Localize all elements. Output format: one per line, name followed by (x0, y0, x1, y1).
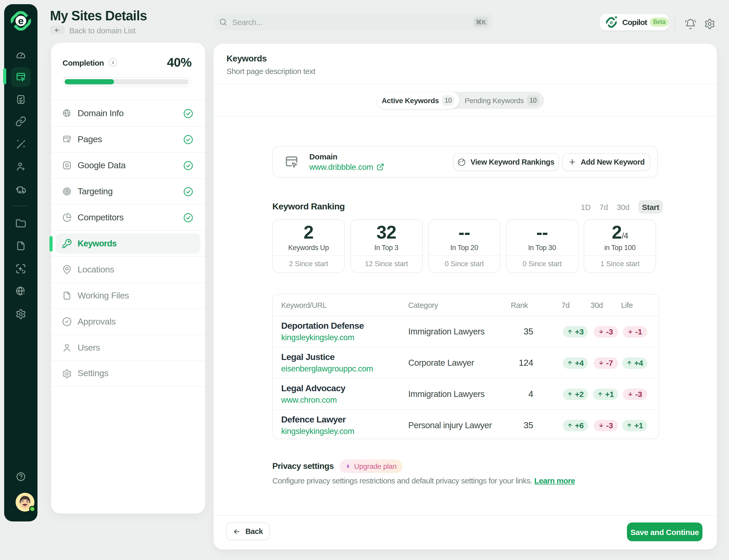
svg-text:G: G (65, 163, 69, 168)
svg-text:e: e (18, 15, 23, 26)
svg-text:e: e (610, 20, 613, 26)
svg-text:i: i (112, 60, 114, 65)
